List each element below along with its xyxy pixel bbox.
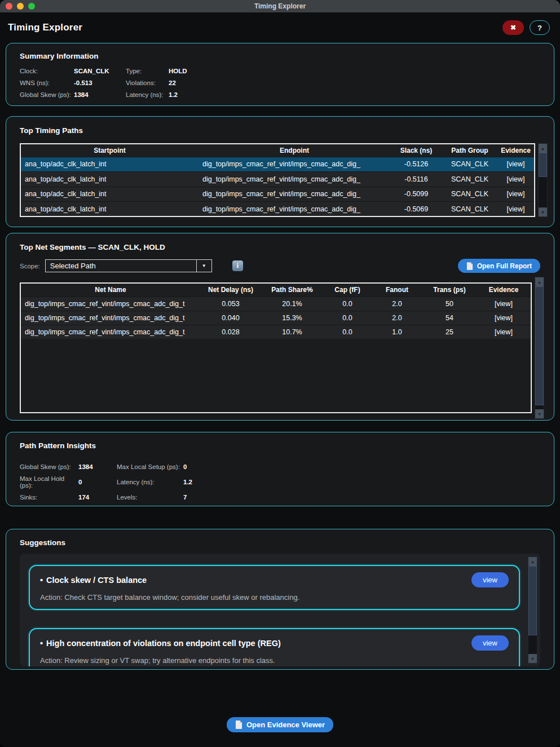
document-icon	[235, 721, 242, 729]
column-header[interactable]: Endpoint	[199, 144, 390, 157]
column-header[interactable]: Fanout	[372, 284, 422, 297]
evidence-link[interactable]: [view]	[477, 325, 531, 339]
suggestions-section: Suggestions •Clock skew / CTS balance vi…	[6, 529, 554, 670]
help-button[interactable]: ?	[530, 20, 550, 35]
path-group-cell: SCAN_CLK	[442, 202, 497, 217]
net-delay-cell: 0.053	[200, 297, 261, 311]
scrollbar-track[interactable]	[539, 153, 547, 207]
path-share-cell: 15.3%	[261, 311, 323, 325]
column-header[interactable]: Trans (ps)	[422, 284, 477, 297]
table-row[interactable]: ana_top/adc_clk_latch_int dig_top/imps_c…	[20, 172, 535, 187]
scope-selected-value: Selected Path	[46, 260, 196, 272]
scrollbar-track[interactable]	[535, 286, 544, 409]
evidence-link[interactable]: [view]	[477, 297, 531, 311]
summary-section: Summary Information Clock: SCAN_CLK Type…	[6, 43, 554, 106]
column-header[interactable]: Path Share%	[261, 284, 323, 297]
suggestion-title: •High concentration of violations on end…	[40, 639, 281, 648]
scroll-down-icon: ▼	[531, 657, 535, 661]
column-header[interactable]: Evidence	[477, 284, 531, 297]
fanout-cell: 2.0	[372, 311, 422, 325]
open-evidence-viewer-button[interactable]: Open Evidence Viewer	[227, 717, 333, 732]
close-traffic-light[interactable]	[6, 3, 12, 10]
scrollbar-thumb[interactable]	[539, 153, 547, 177]
field-value: 0	[183, 463, 540, 470]
view-button[interactable]: view	[471, 572, 509, 587]
suggestion-title: •Clock skew / CTS balance	[40, 576, 147, 585]
scroll-down-button[interactable]: ▼	[528, 654, 537, 663]
net-delay-cell: 0.040	[200, 311, 261, 325]
table-row[interactable]: dig_top/imps_cmac_ref_vint/imps_cmac_adc…	[21, 311, 531, 325]
cap-cell: 0.0	[323, 311, 372, 325]
open-evidence-viewer-label: Open Evidence Viewer	[246, 721, 325, 729]
column-header[interactable]: Startpoint	[20, 144, 199, 157]
info-icon[interactable]: i	[232, 260, 243, 271]
scroll-up-button[interactable]: ▲	[528, 557, 537, 566]
timing-paths-table: Startpoint Endpoint Slack (ns) Path Grou…	[20, 143, 535, 217]
net-name-cell: dig_top/imps_cmac_ref_vint/imps_cmac_adc…	[21, 311, 200, 325]
column-header[interactable]: Net Name	[21, 284, 200, 297]
field-label: Latency (ns):	[117, 479, 183, 485]
field-label: Type:	[126, 68, 169, 74]
field-label: Violations:	[126, 79, 169, 86]
fanout-cell: 1.0	[372, 325, 422, 339]
scrollbar[interactable]: ▲ ▼	[528, 556, 537, 664]
open-full-report-label: Open Full Report	[477, 262, 532, 270]
field-value: -0.513	[74, 79, 126, 86]
scrollbar[interactable]: ▲ ▼	[538, 143, 548, 217]
net-name-cell: dig_top/imps_cmac_ref_vint/imps_cmac_adc…	[21, 297, 200, 311]
net-table-frame: Net Name Net Delay (ns) Path Share% Cap …	[20, 282, 532, 413]
net-segments-section: Top Net Segments — SCAN_CLK, HOLD Scope:…	[6, 233, 554, 421]
column-header[interactable]: Net Delay (ns)	[200, 284, 261, 297]
suggestions-title: Suggestions	[20, 538, 540, 547]
zoom-traffic-light[interactable]	[28, 3, 35, 10]
evidence-link[interactable]: [view]	[497, 202, 535, 217]
bullet-icon: •	[40, 639, 43, 648]
scroll-up-icon: ▲	[531, 560, 535, 564]
startpoint-cell: ana_top/adc_clk_latch_int	[20, 172, 199, 187]
page-title: Timing Explorer	[8, 22, 82, 33]
suggestion-card: •Clock skew / CTS balance view Action: C…	[29, 565, 520, 610]
scroll-up-button[interactable]: ▲	[539, 144, 547, 153]
endpoint-cell: dig_top/imps_cmac_ref_vint/imps_cmac_adc…	[199, 172, 390, 187]
view-button[interactable]: view	[471, 635, 509, 651]
field-value: SCAN_CLK	[74, 68, 126, 74]
scrollbar-thumb[interactable]	[528, 566, 537, 635]
timing-explorer-window: Timing Explorer Timing Explorer ✖ ? Summ…	[0, 0, 560, 747]
column-header[interactable]: Path Group	[442, 144, 497, 157]
path-share-cell: 10.7%	[261, 325, 323, 339]
evidence-link[interactable]: [view]	[477, 311, 531, 325]
column-header[interactable]: Cap (fF)	[323, 284, 372, 297]
column-header[interactable]: Slack (ns)	[390, 144, 442, 157]
scrollbar-track[interactable]	[528, 566, 537, 654]
scrollbar[interactable]: ▲ ▼	[535, 277, 544, 419]
scroll-up-icon: ▲	[541, 147, 545, 151]
field-label: Clock:	[20, 68, 74, 74]
evidence-link[interactable]: [view]	[497, 172, 535, 187]
column-header[interactable]: Evidence	[497, 144, 535, 157]
table-row[interactable]: dig_top/imps_cmac_ref_vint/imps_cmac_adc…	[21, 325, 531, 339]
table-row[interactable]: ana_top/adc_clk_latch_int dig_top/imps_c…	[20, 157, 535, 172]
field-value: 0	[78, 479, 117, 485]
net-delay-cell: 0.028	[200, 325, 261, 339]
titlebar: Timing Explorer	[0, 0, 560, 12]
scope-select[interactable]: Selected Path ▼	[45, 259, 212, 272]
endpoint-cell: dig_top/imps_cmac_ref_vint/imps_cmac_adc…	[199, 187, 390, 202]
scroll-down-button[interactable]: ▼	[535, 409, 544, 418]
scope-label: Scope:	[20, 263, 40, 269]
field-label: Global Skew (ps):	[20, 91, 74, 98]
table-row[interactable]: ana_top/adc_clk_latch_int dig_top/imps_c…	[20, 187, 535, 202]
evidence-link[interactable]: [view]	[497, 157, 535, 172]
open-full-report-button[interactable]: Open Full Report	[458, 259, 540, 273]
scroll-up-button[interactable]: ▲	[535, 277, 544, 286]
field-label: WNS (ns):	[20, 79, 74, 86]
close-button[interactable]: ✖	[502, 20, 524, 35]
table-row[interactable]: dig_top/imps_cmac_ref_vint/imps_cmac_adc…	[21, 297, 531, 311]
chevron-down-icon[interactable]: ▼	[196, 260, 211, 272]
scroll-down-icon: ▼	[541, 210, 545, 214]
evidence-link[interactable]: [view]	[497, 187, 535, 202]
table-row[interactable]: ana_top/adc_clk_latch_int dig_top/imps_c…	[20, 202, 535, 217]
timing-paths-title: Top Timing Paths	[20, 126, 549, 135]
scrollbar-thumb[interactable]	[535, 286, 544, 405]
minimize-traffic-light[interactable]	[17, 3, 24, 10]
scroll-down-button[interactable]: ▼	[539, 207, 547, 216]
